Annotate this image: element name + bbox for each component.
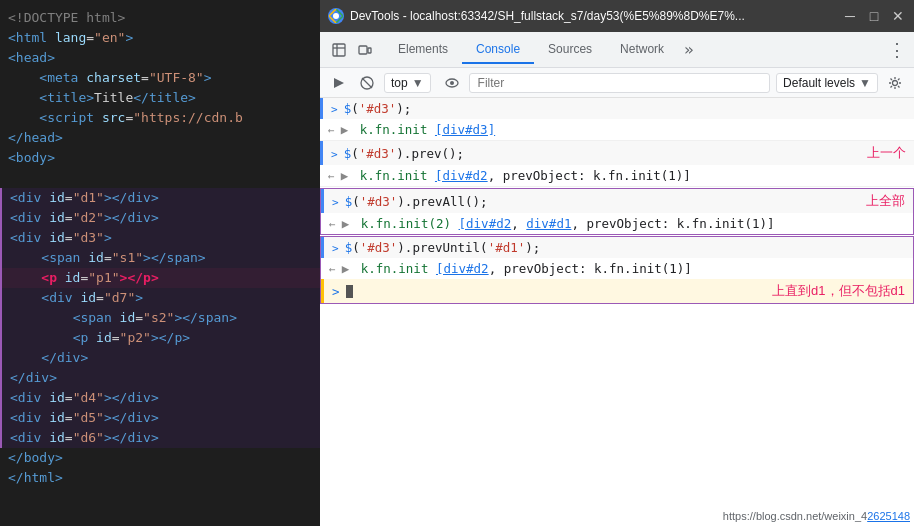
output-arrow-icon-2: ←: [328, 170, 335, 183]
code-line: [0, 168, 320, 188]
devtools-tab-bar: Elements Console Sources Network » ⋮: [320, 32, 914, 68]
svg-point-1: [333, 13, 339, 19]
console-cursor-line[interactable]: > 上直到d1，但不包括d1: [321, 279, 913, 303]
output-arrow-icon-4: ←: [329, 263, 336, 276]
console-output-item: ← ▶ k.fn.init [div#d3]: [320, 119, 914, 140]
output-arrow-icon: ←: [328, 124, 335, 137]
context-value: top: [391, 76, 408, 90]
level-arrow-icon: ▼: [859, 76, 871, 90]
code-line: </div>: [0, 348, 320, 368]
code-line: <p id="p1"></p>: [0, 268, 320, 288]
code-line: <head>: [0, 48, 320, 68]
code-line: <body>: [0, 148, 320, 168]
input-arrow-icon-3: >: [332, 196, 339, 209]
run-icon[interactable]: [328, 72, 350, 94]
tab-elements[interactable]: Elements: [384, 36, 462, 64]
console-group-1: > $('#d3'); ← ▶ k.fn.init [div#d3]: [320, 98, 914, 141]
tab-more[interactable]: »: [678, 40, 700, 59]
console-code: $('#d3');: [344, 101, 412, 116]
inspect-icon[interactable]: [328, 39, 350, 61]
console-input: > $('#d3');: [320, 98, 914, 119]
input-arrow-icon-4: >: [332, 242, 339, 255]
console-output-item-3: ← ▶ k.fn.init(2) [div#d2, div#d1, prevOb…: [321, 213, 913, 234]
code-line: </head>: [0, 128, 320, 148]
clear-icon[interactable]: [356, 72, 378, 94]
minimize-button[interactable]: ─: [842, 8, 858, 24]
input-arrow-icon: >: [331, 103, 338, 116]
code-editor-panel: <!DOCTYPE html> <html lang="en"> <head> …: [0, 0, 320, 526]
eye-icon[interactable]: [441, 72, 463, 94]
devtools-panel: DevTools - localhost:63342/SH_fullstack_…: [320, 0, 914, 526]
code-line: <p id="p2"></p>: [0, 328, 320, 348]
chrome-icon: [328, 8, 344, 24]
code-line: <div id="d1"></div>: [0, 188, 320, 208]
console-result-2: ▶ k.fn.init [div#d2, prevObject: k.fn.in…: [341, 168, 691, 183]
console-output-item-2: ← ▶ k.fn.init [div#d2, prevObject: k.fn.…: [320, 165, 914, 186]
console-group-4: > $('#d3').prevUntil('#d1'); ← ▶ k.fn.in…: [320, 236, 914, 304]
code-editor: <!DOCTYPE html> <html lang="en"> <head> …: [0, 0, 320, 526]
note-prevAll: 上全部: [866, 192, 905, 210]
note-prev: 上一个: [867, 144, 906, 162]
window-controls: ─ □ ✕: [842, 8, 906, 24]
tab-icon-group: [328, 39, 376, 61]
code-line: <meta charset="UTF-8">: [0, 68, 320, 88]
level-value: Default levels: [783, 76, 855, 90]
code-line: <div id="d4"></div>: [0, 388, 320, 408]
code-line: <div id="d7">: [0, 288, 320, 308]
console-input-2: > $('#d3').prev(); 上一个: [320, 141, 914, 165]
console-result-4: ▶ k.fn.init [div#d2, prevObject: k.fn.in…: [342, 261, 692, 276]
svg-rect-2: [333, 44, 345, 56]
text-cursor: [346, 285, 353, 298]
svg-point-10: [893, 80, 898, 85]
svg-point-9: [450, 81, 454, 85]
svg-rect-4: [368, 48, 371, 53]
code-line: <div id="d2"></div>: [0, 208, 320, 228]
input-arrow-icon-2: >: [331, 148, 338, 161]
console-group-3: > $('#d3').prevAll(); 上全部 ← ▶ k.fn.init(…: [320, 188, 914, 235]
code-line: <span id="s2"></span>: [0, 308, 320, 328]
dropdown-arrow-icon: ▼: [412, 76, 424, 90]
code-line: </body>: [0, 448, 320, 468]
code-line: <html lang="en">: [0, 28, 320, 48]
code-line: </html>: [0, 468, 320, 488]
note-prevUntil: 上直到d1，但不包括d1: [772, 282, 905, 300]
close-button[interactable]: ✕: [890, 8, 906, 24]
console-toolbar: top ▼ Default levels ▼: [320, 68, 914, 98]
console-input-4: > $('#d3').prevUntil('#d1');: [321, 237, 913, 258]
tab-console[interactable]: Console: [462, 36, 534, 64]
console-result-3: ▶ k.fn.init(2) [div#d2, div#d1, prevObje…: [342, 216, 775, 231]
console-code-3: $('#d3').prevAll();: [345, 194, 488, 209]
console-input-3: > $('#d3').prevAll(); 上全部: [321, 189, 913, 213]
code-line: <title>Title</title>: [0, 88, 320, 108]
output-arrow-icon-3: ←: [329, 218, 336, 231]
svg-marker-5: [334, 78, 344, 88]
devtools-title: DevTools - localhost:63342/SH_fullstack_…: [350, 9, 842, 23]
code-line: </div>: [0, 368, 320, 388]
cursor-arrow-icon: >: [332, 284, 340, 299]
watermark: https://blog.csdn.net/weixin_42625148: [723, 510, 910, 522]
devtools-menu-button[interactable]: ⋮: [888, 39, 906, 60]
devtools-titlebar: DevTools - localhost:63342/SH_fullstack_…: [320, 0, 914, 32]
tab-sources[interactable]: Sources: [534, 36, 606, 64]
console-output[interactable]: > $('#d3'); ← ▶ k.fn.init [div#d3] > $(': [320, 98, 914, 526]
device-icon[interactable]: [354, 39, 376, 61]
code-line: <div id="d3">: [0, 228, 320, 248]
settings-icon[interactable]: [884, 72, 906, 94]
code-line: <!DOCTYPE html>: [0, 8, 320, 28]
console-result: ▶ k.fn.init [div#d3]: [341, 122, 496, 137]
code-line: <span id="s1"></span>: [0, 248, 320, 268]
svg-line-7: [362, 78, 372, 88]
context-selector[interactable]: top ▼: [384, 73, 431, 93]
console-code-2: $('#d3').prev();: [344, 146, 464, 161]
console-group-2: > $('#d3').prev(); 上一个 ← ▶ k.fn.init [di…: [320, 141, 914, 187]
svg-rect-3: [359, 46, 367, 54]
maximize-button[interactable]: □: [866, 8, 882, 24]
code-line: <div id="d5"></div>: [0, 408, 320, 428]
code-line: <script src="https://cdn.b: [0, 108, 320, 128]
tab-network[interactable]: Network: [606, 36, 678, 64]
filter-input[interactable]: [469, 73, 770, 93]
code-line: <div id="d6"></div>: [0, 428, 320, 448]
console-code-4: $('#d3').prevUntil('#d1');: [345, 240, 541, 255]
console-output-item-4: ← ▶ k.fn.init [div#d2, prevObject: k.fn.…: [321, 258, 913, 279]
level-selector[interactable]: Default levels ▼: [776, 73, 878, 93]
